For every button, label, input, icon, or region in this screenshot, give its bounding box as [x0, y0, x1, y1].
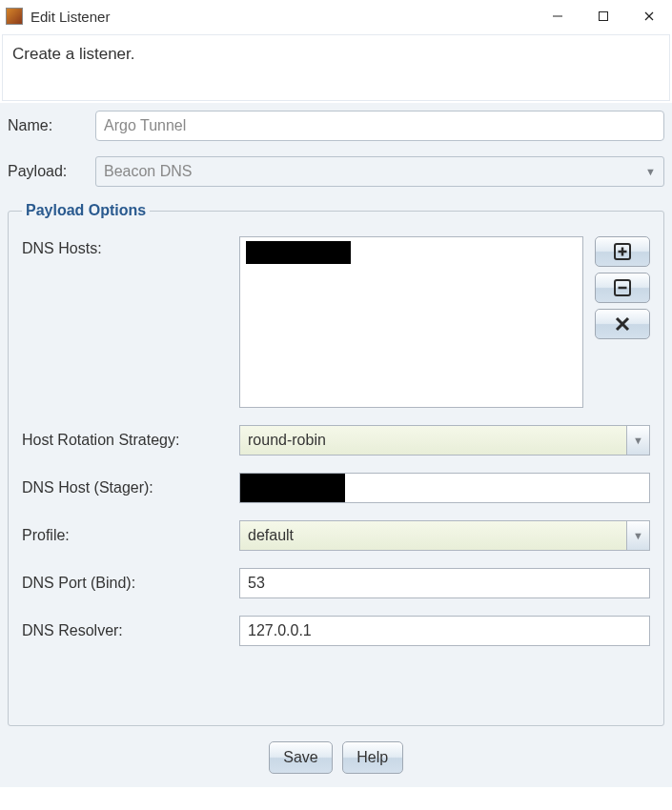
options-grid: DNS Hosts: Host Rotation Strategy: round… [22, 236, 650, 646]
maximize-icon [598, 10, 609, 22]
svg-rect-1 [600, 12, 608, 21]
profile-label: Profile: [22, 527, 239, 544]
chevron-down-icon: ▼ [626, 426, 649, 455]
profile-combo[interactable]: default ▼ [239, 520, 650, 551]
minimize-button[interactable] [535, 0, 580, 32]
dns-port-label: DNS Port (Bind): [22, 575, 239, 592]
window-title: Edit Listener [31, 9, 535, 25]
dns-resolver-label: DNS Resolver: [22, 622, 239, 639]
dns-hosts-list[interactable] [239, 236, 583, 408]
dns-host-stager-label: DNS Host (Stager): [22, 479, 239, 496]
form-area: Name: Payload: Beacon DNS ▼ Payload Opti… [0, 103, 672, 728]
dns-host-stager-redacted [240, 474, 345, 502]
payload-label: Payload: [8, 163, 95, 180]
app-icon [6, 8, 23, 25]
footer-buttons: Save Help [0, 728, 672, 787]
payload-options-legend: Payload Options [22, 202, 150, 219]
dns-resolver-input[interactable] [239, 616, 650, 646]
x-icon [614, 315, 631, 333]
clear-hosts-button[interactable] [595, 309, 650, 339]
dns-host-stager-input[interactable] [239, 473, 650, 503]
description-text: Create a listener. [2, 34, 670, 101]
payload-combo[interactable]: Beacon DNS ▼ [95, 156, 664, 187]
host-rotation-label: Host Rotation Strategy: [22, 432, 239, 449]
chevron-down-icon: ▼ [645, 166, 656, 177]
payload-options-fieldset: Payload Options DNS Hosts: Host Rotation… [8, 202, 664, 726]
minimize-icon [552, 10, 563, 22]
minus-icon [614, 279, 631, 296]
close-icon [643, 10, 655, 22]
profile-value: default [248, 527, 294, 544]
name-row: Name: [8, 111, 664, 141]
host-rotation-value: round-robin [248, 432, 326, 449]
payload-value: Beacon DNS [104, 163, 193, 180]
name-label: Name: [8, 117, 95, 134]
remove-host-button[interactable] [595, 273, 650, 303]
host-rotation-combo[interactable]: round-robin ▼ [239, 425, 650, 456]
maximize-button[interactable] [580, 0, 626, 32]
add-host-button[interactable] [595, 236, 650, 267]
titlebar: Edit Listener [0, 0, 672, 32]
plus-icon [614, 243, 631, 260]
dns-hosts-label: DNS Hosts: [22, 236, 239, 257]
close-button[interactable] [626, 0, 672, 32]
window-controls [535, 0, 672, 32]
chevron-down-icon: ▼ [626, 521, 649, 550]
name-input[interactable] [95, 111, 664, 141]
save-button[interactable]: Save [269, 741, 332, 774]
dns-host-item-redacted[interactable] [246, 241, 351, 264]
payload-row: Payload: Beacon DNS ▼ [8, 156, 664, 187]
dns-host-button-column [595, 236, 650, 339]
dns-port-input[interactable] [239, 568, 650, 598]
help-button[interactable]: Help [342, 741, 403, 774]
